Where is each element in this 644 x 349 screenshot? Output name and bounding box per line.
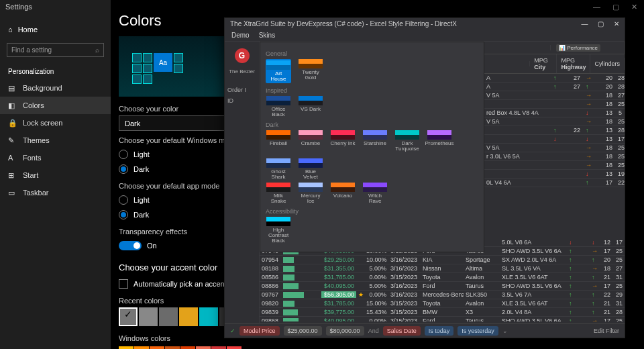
search-placeholder: Find a setting xyxy=(11,46,52,54)
windows-color-swatch[interactable] xyxy=(180,346,195,349)
grid-row[interactable]: red Box 4.8L V8 4A↓135 xyxy=(484,109,625,117)
skin-starshine[interactable]: Starshine xyxy=(362,130,388,152)
grid-row[interactable]: →1825 xyxy=(484,161,625,170)
grid-row[interactable]: V 5A→1825 xyxy=(484,144,625,152)
table-row[interactable]: 09868$40,095.000.00%3/15/2023FordTaurusS… xyxy=(260,317,625,321)
skin-blue-velvet[interactable]: Blue Velvet xyxy=(298,158,323,180)
chip-and: And xyxy=(368,328,379,334)
sidebar-item-colors[interactable]: ◧Colors xyxy=(0,97,111,114)
windows-colors xyxy=(119,346,644,349)
grid-row[interactable]: ↑22↑1328 xyxy=(484,126,625,135)
chip-sales-date[interactable]: Sales Date xyxy=(383,326,421,336)
toggle-on-label: On xyxy=(147,242,157,250)
win-close-icon[interactable]: ✕ xyxy=(631,3,637,11)
windows-color-swatch[interactable] xyxy=(211,346,226,349)
sidebar-item-taskbar[interactable]: ▭Taskbar xyxy=(0,184,111,201)
sidebar-item-background[interactable]: ▤Background xyxy=(0,79,111,97)
transparency-toggle[interactable] xyxy=(119,241,142,250)
skin-mercury-ice[interactable]: Mercury Ice xyxy=(298,183,323,204)
chip-model-price[interactable]: Model Price xyxy=(239,326,280,336)
skin-prometheus[interactable]: Prometheus xyxy=(427,130,452,152)
color-mode-value: Dark xyxy=(125,119,140,128)
table-row[interactable]: 09820$31,785.0015.00%3/15/2023ToyotaAval… xyxy=(260,299,625,308)
dx-left-panel: G The Bezier Order I ID xyxy=(225,42,260,338)
table-row[interactable]: 08586$31,785.000.00%3/15/2023ToyotaAvalo… xyxy=(260,273,625,282)
skin-high-contrast-black[interactable]: High Contrast Black xyxy=(266,217,291,244)
sidebar-icon: ◧ xyxy=(8,101,16,109)
skin-dark-turquoise[interactable]: Dark Turquoise xyxy=(394,130,420,152)
recent-swatch[interactable] xyxy=(119,307,138,326)
chip-yesterday[interactable]: Is yesterday xyxy=(458,326,498,336)
chip-today[interactable]: Is today xyxy=(425,326,454,336)
sidebar-item-fonts[interactable]: AFonts xyxy=(0,149,111,166)
grid-row[interactable]: ↓1319 xyxy=(484,170,625,179)
chip-to[interactable]: $80,000.00 xyxy=(326,326,364,336)
table-row[interactable]: 09767$56,305.00★0.00%3/16/2023Mercedes-B… xyxy=(260,291,625,299)
skin-ghost-shark[interactable]: Ghost Shark xyxy=(266,158,291,180)
dx-title: The XtraGrid Suite by DevExpress (C# cod… xyxy=(230,20,457,28)
search-input[interactable]: Find a setting ⌕ xyxy=(7,43,104,57)
windows-color-swatch[interactable] xyxy=(150,346,164,349)
dx-max-icon[interactable]: ▢ xyxy=(598,20,604,28)
grid-row[interactable]: V 5A→1825 xyxy=(484,117,625,126)
recent-swatch[interactable] xyxy=(199,307,218,326)
windows-color-swatch[interactable] xyxy=(134,346,149,349)
home-icon: ⌂ xyxy=(8,26,13,34)
skin-crambe[interactable]: Crambe xyxy=(298,130,323,152)
dx-min-icon[interactable]: — xyxy=(581,20,588,28)
skin-art-house[interactable]: Art House xyxy=(266,59,291,83)
table-row[interactable]: 09839$39,775.0015.43%3/15/2023BMWX32.0L … xyxy=(260,308,625,317)
dx-menu-skins[interactable]: Skins xyxy=(259,32,275,39)
sidebar: ⌂ Home Find a setting ⌕ Personalization … xyxy=(0,0,111,349)
sidebar-icon: 🔒 xyxy=(8,119,16,127)
grid-row[interactable]: A↑27↑2028 xyxy=(484,83,625,91)
sidebar-item-themes[interactable]: ✎Themes xyxy=(0,132,111,149)
skin-vs-dark[interactable]: VS Dark xyxy=(298,96,323,117)
window-controls: — ▢ ✕ xyxy=(586,0,644,14)
recent-swatch[interactable] xyxy=(179,307,198,326)
win-max-icon[interactable]: ▢ xyxy=(612,3,619,11)
grid-row[interactable]: →1825 xyxy=(484,100,625,109)
dx-menu-demo[interactable]: Demo xyxy=(231,32,250,39)
perf-badge: 📊 Performance xyxy=(556,44,600,52)
recent-swatch[interactable] xyxy=(139,307,158,326)
recent-swatch[interactable] xyxy=(159,307,178,326)
edit-filter-button[interactable]: Edit Filter xyxy=(594,328,619,334)
skin-cherry-ink[interactable]: Cherry Ink xyxy=(330,130,356,152)
table-row[interactable]: 08886$40,095.005.00%3/16/2023FordTaurusS… xyxy=(260,282,625,291)
windows-color-swatch[interactable] xyxy=(227,346,241,349)
grid-row[interactable]: r 3.0L V6 5A→1825 xyxy=(484,152,625,161)
chip-from[interactable]: $25,000.00 xyxy=(284,326,322,336)
sidebar-home[interactable]: ⌂ Home xyxy=(0,20,111,39)
grid-row[interactable]: A↑27→2028 xyxy=(484,74,625,83)
skin-milk-snake[interactable]: Milk Snake xyxy=(266,183,291,204)
dx-close-icon[interactable]: ✕ xyxy=(614,20,619,28)
table-row[interactable]: 07954$29,250.0010.00%3/16/2023KIASportag… xyxy=(260,256,625,264)
windows-color-swatch[interactable] xyxy=(165,346,180,349)
filter-check-icon[interactable]: ✓ xyxy=(230,328,235,334)
skin-volcano[interactable]: Volcano xyxy=(330,183,356,204)
app-title: Settings xyxy=(5,3,32,11)
grid-row[interactable]: 0L V4 6A↑1722 xyxy=(484,179,625,187)
skin-twenty-gold[interactable]: Twenty Gold xyxy=(298,59,323,83)
sidebar-icon: ▭ xyxy=(8,189,16,197)
chip-more-icon[interactable]: ⌄ xyxy=(502,328,508,334)
dx-logo-icon: G xyxy=(235,48,250,63)
sidebar-icon: A xyxy=(8,154,16,162)
sidebar-item-start[interactable]: ⊞Start xyxy=(0,166,111,184)
skin-witch-rave[interactable]: Witch Rave xyxy=(362,183,388,204)
sidebar-item-lock-screen[interactable]: 🔒Lock screen xyxy=(0,114,111,132)
skin-office-black[interactable]: Office Black xyxy=(266,96,291,117)
windows-color-swatch[interactable] xyxy=(196,346,211,349)
grid-row[interactable]: V 5A→1827 xyxy=(484,91,625,100)
table-row[interactable]: 08188$31,355.005.00%3/16/2023NissanAltim… xyxy=(260,264,625,273)
sidebar-icon: ✎ xyxy=(8,136,16,144)
sidebar-icon: ▤ xyxy=(8,84,16,92)
win-min-icon[interactable]: — xyxy=(593,3,600,11)
skin-fireball[interactable]: Fireball xyxy=(266,130,291,152)
preview-aa: Aa xyxy=(154,53,172,72)
grid-row[interactable]: ↓↓1317 xyxy=(484,135,625,144)
sidebar-group-label: Personalization xyxy=(0,61,111,79)
home-label: Home xyxy=(18,26,38,34)
windows-color-swatch[interactable] xyxy=(119,346,133,349)
